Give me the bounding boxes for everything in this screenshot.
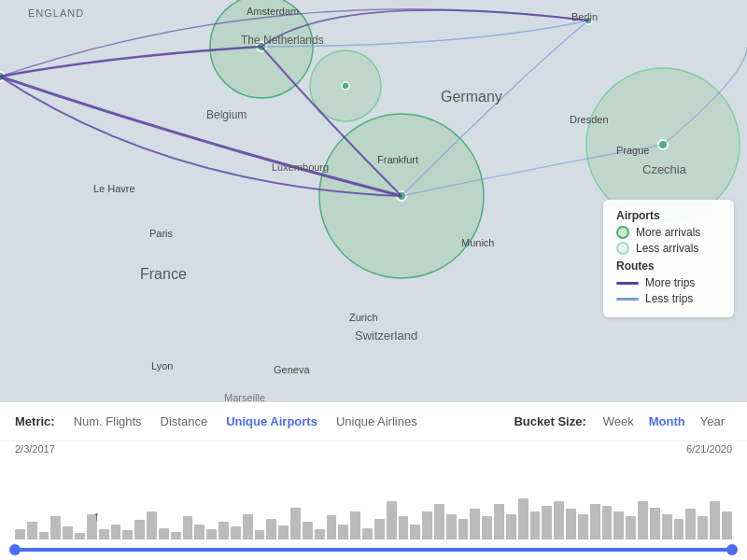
less-arrivals-icon <box>616 242 629 255</box>
bucket-size-label: Bucket Size: <box>514 414 585 428</box>
histogram-bar <box>613 511 624 539</box>
histogram-bar <box>710 501 720 539</box>
histogram-bar <box>458 519 469 539</box>
less-trips-line-icon <box>616 298 639 301</box>
histogram-bar <box>626 516 636 539</box>
date-end: 6/21/2020 <box>686 443 732 455</box>
histogram-bar <box>50 516 61 539</box>
bottom-panel: Metric: Num. Flights Distance Unique Air… <box>0 401 747 560</box>
histogram-bar <box>171 532 181 539</box>
histogram-bar <box>134 520 145 539</box>
histogram-bar <box>374 519 385 539</box>
histogram-bar <box>194 525 204 540</box>
histogram-bar <box>638 501 648 539</box>
metric-distance[interactable]: Distance <box>151 411 218 432</box>
histogram-bar <box>399 516 409 539</box>
histogram-bar <box>506 514 516 540</box>
map-area[interactable]: ENGLAND Amsterdam The Netherlands Belgiu… <box>0 0 747 401</box>
histogram-bar <box>698 516 708 539</box>
histogram-bar <box>662 514 672 540</box>
histogram-bar <box>87 514 97 540</box>
histogram-bar <box>566 509 576 539</box>
histogram-bar <box>685 509 696 539</box>
histogram-bar <box>255 530 265 539</box>
metric-unique-airports[interactable]: Unique Airports <box>217 411 327 432</box>
histogram-bar <box>278 525 289 539</box>
histogram: ↑ <box>0 455 747 539</box>
histogram-bar <box>590 504 600 540</box>
histogram-bar <box>482 516 492 539</box>
histogram-bar <box>39 532 49 539</box>
histogram-bar <box>75 533 85 539</box>
histogram-bar <box>578 514 588 540</box>
histogram-bar <box>387 501 397 539</box>
histogram-bar <box>183 516 193 539</box>
slider-fill <box>15 548 732 552</box>
histogram-bar <box>542 506 552 539</box>
metric-label: Metric: <box>15 414 55 428</box>
more-trips-line-icon <box>616 282 639 285</box>
histogram-bar <box>206 529 217 539</box>
slider-track <box>15 548 732 552</box>
histogram-bar <box>446 514 457 540</box>
histogram-bar <box>111 525 121 540</box>
histogram-bar <box>315 529 325 539</box>
histogram-bar <box>290 508 301 539</box>
more-arrivals-label: More arrivals <box>636 226 700 239</box>
routes-legend-title: Routes <box>616 259 721 273</box>
histogram-bar <box>434 504 444 540</box>
histogram-bar <box>410 525 420 540</box>
histogram-bar <box>494 504 504 540</box>
date-start: 2/3/2017 <box>15 443 55 455</box>
histogram-bar <box>122 530 133 539</box>
more-arrivals-icon <box>616 226 629 239</box>
histogram-bar <box>674 519 684 539</box>
metric-bar: Metric: Num. Flights Distance Unique Air… <box>0 402 747 441</box>
histogram-bar <box>303 522 313 539</box>
histogram-bar <box>518 498 529 539</box>
legend: Airports More arrivals Less arrivals Rou… <box>603 200 734 317</box>
histogram-bar <box>554 501 564 539</box>
histogram-bar <box>350 511 360 539</box>
histogram-bar <box>63 526 73 539</box>
bucket-week[interactable]: Week <box>596 411 641 432</box>
histogram-bar <box>650 508 660 539</box>
histogram-bar <box>470 509 480 539</box>
airports-legend-title: Airports <box>616 209 721 222</box>
date-range-row: 2/3/2017 6/21/2020 <box>0 441 747 455</box>
histogram-bar <box>602 506 613 539</box>
histogram-bar <box>159 528 169 539</box>
histogram-bar <box>327 515 337 539</box>
histogram-bar <box>27 522 37 539</box>
histogram-bar <box>362 528 373 539</box>
less-arrivals-label: Less arrivals <box>636 242 698 255</box>
less-trips-label: Less trips <box>645 292 693 305</box>
metric-num-flights[interactable]: Num. Flights <box>64 411 151 432</box>
bucket-year[interactable]: Year <box>693 411 732 432</box>
more-trips-label: More trips <box>645 276 695 289</box>
bucket-month[interactable]: Month <box>641 411 693 432</box>
slider-thumb-left[interactable] <box>9 544 21 555</box>
histogram-bar <box>243 514 253 540</box>
metric-unique-airlines[interactable]: Unique Airlines <box>327 411 427 432</box>
histogram-bar <box>15 529 25 539</box>
histogram-bar <box>266 519 276 539</box>
histogram-bar <box>99 529 109 539</box>
histogram-bar <box>231 526 241 539</box>
histogram-bar <box>422 511 432 539</box>
slider-thumb-right[interactable] <box>726 544 738 555</box>
histogram-bar <box>530 511 541 539</box>
histogram-bar <box>147 511 157 539</box>
histogram-bar <box>722 511 732 539</box>
histogram-bar <box>338 525 348 540</box>
slider-row <box>0 539 747 560</box>
histogram-bar <box>218 522 229 539</box>
